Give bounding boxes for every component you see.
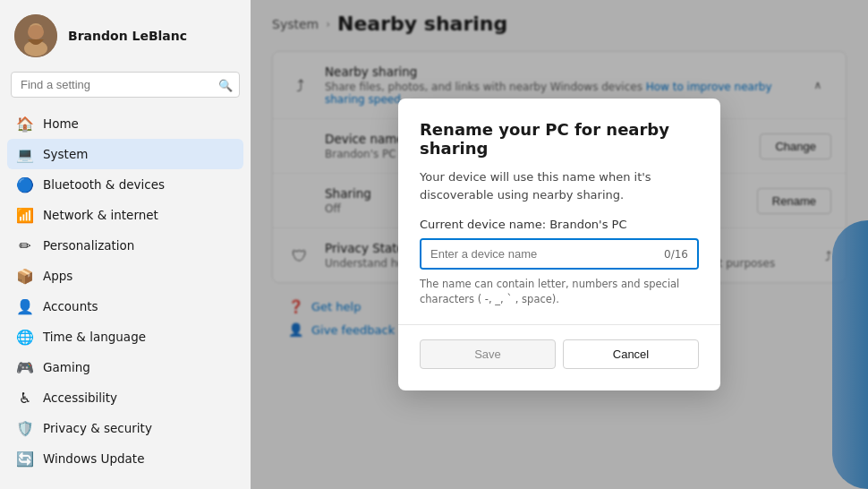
sidebar-item-label-home: Home [43, 116, 79, 131]
modal-hint: The name can contain letter, numbers and… [420, 277, 699, 305]
sidebar-item-label-personalization: Personalization [43, 238, 134, 253]
sidebar-item-label-gaming: Gaming [43, 360, 90, 374]
accounts-icon: 👤 [16, 297, 34, 315]
bluetooth-icon: 🔵 [16, 176, 34, 193]
sidebar-item-system[interactable]: 💻System [7, 139, 243, 169]
apps-icon: 📦 [16, 267, 34, 285]
sidebar-item-personalization[interactable]: ✏️Personalization [7, 230, 243, 261]
modal-counter: 0/16 [655, 241, 697, 268]
modal-current-name: Current device name: Brandon's PC [420, 218, 699, 231]
search-icon: 🔍 [218, 78, 233, 91]
rename-modal: Rename your PC for nearby sharing Your d… [398, 99, 720, 390]
modal-desc: Your device will use this name when it's… [420, 168, 699, 203]
sidebar-item-gaming[interactable]: 🎮Gaming [7, 352, 243, 382]
device-name-input[interactable] [421, 240, 655, 268]
network-icon: 📶 [16, 206, 34, 224]
home-icon: 🏠 [16, 115, 34, 133]
sidebar-item-label-network: Network & internet [43, 208, 158, 222]
nav-list: 🏠Home💻System🔵Bluetooth & devices📶Network… [0, 105, 251, 489]
svg-point-3 [28, 25, 44, 39]
sidebar-item-label-time: Time & language [43, 330, 146, 344]
user-profile: Brandon LeBlanc [0, 0, 251, 68]
avatar[interactable] [14, 14, 57, 57]
accessibility-icon: ♿ [16, 389, 34, 407]
sidebar-item-home[interactable]: 🏠Home [7, 108, 243, 139]
sidebar: Brandon LeBlanc 🔍 🏠Home💻System🔵Bluetooth… [0, 0, 251, 489]
main-content: System › Nearby sharing ⤴ Nearby sharing… [251, 0, 868, 489]
modal-input-row: 0/16 [420, 238, 699, 270]
gaming-icon: 🎮 [16, 358, 34, 376]
modal-divider [398, 324, 720, 325]
update-icon: 🔄 [16, 450, 34, 468]
sidebar-item-label-apps: Apps [43, 269, 72, 283]
system-icon: 💻 [16, 145, 34, 163]
privacy-icon: 🛡️ [16, 419, 34, 437]
time-icon: 🌐 [16, 328, 34, 346]
modal-title: Rename your PC for nearby sharing [420, 120, 699, 158]
sidebar-item-label-update: Windows Update [43, 451, 144, 466]
sidebar-item-label-privacy: Privacy & security [43, 421, 152, 435]
user-name: Brandon LeBlanc [68, 29, 187, 43]
sidebar-item-privacy[interactable]: 🛡️Privacy & security [7, 413, 243, 443]
modal-save-button[interactable]: Save [420, 339, 556, 369]
search-box: 🔍 [11, 72, 240, 98]
sidebar-item-accounts[interactable]: 👤Accounts [7, 291, 243, 322]
sidebar-item-update[interactable]: 🔄Windows Update [7, 443, 243, 474]
search-input[interactable] [11, 72, 240, 98]
modal-overlay: Rename your PC for nearby sharing Your d… [251, 0, 868, 489]
sidebar-item-label-bluetooth: Bluetooth & devices [43, 177, 165, 192]
sidebar-item-label-accounts: Accounts [43, 299, 98, 313]
sidebar-item-time[interactable]: 🌐Time & language [7, 322, 243, 352]
modal-buttons: Save Cancel [420, 339, 699, 369]
sidebar-item-bluetooth[interactable]: 🔵Bluetooth & devices [7, 169, 243, 200]
sidebar-item-network[interactable]: 📶Network & internet [7, 200, 243, 230]
sidebar-item-apps[interactable]: 📦Apps [7, 261, 243, 291]
sidebar-item-label-system: System [43, 147, 88, 161]
modal-cancel-button[interactable]: Cancel [563, 339, 699, 369]
sidebar-item-label-accessibility: Accessibility [43, 390, 117, 405]
sidebar-item-accessibility[interactable]: ♿Accessibility [7, 382, 243, 413]
personalization-icon: ✏️ [16, 236, 34, 254]
